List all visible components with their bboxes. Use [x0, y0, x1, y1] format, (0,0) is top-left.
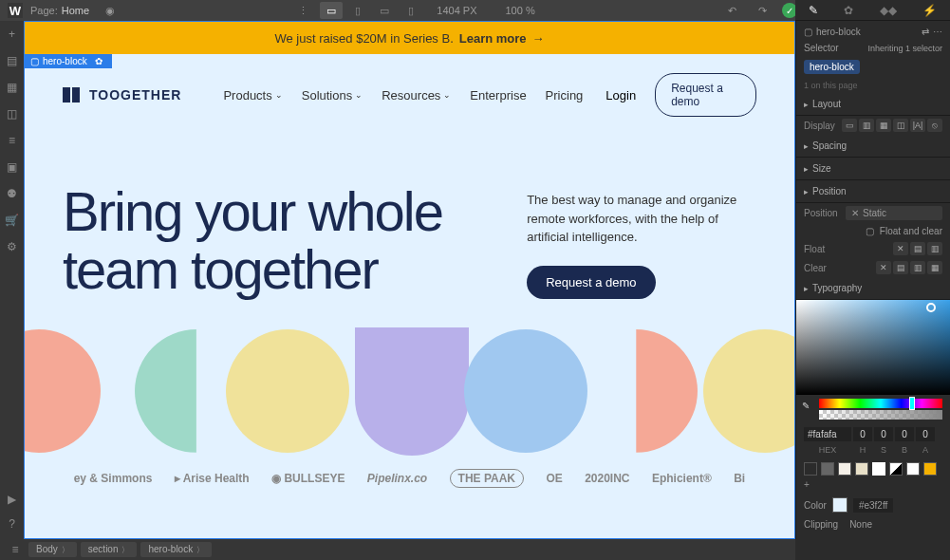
position-header[interactable]: Position [804, 186, 942, 196]
navigator-icon[interactable]: ▦ [5, 80, 20, 95]
interactions-tab-icon[interactable]: ◆◆ [880, 4, 897, 17]
selection-tag[interactable]: ▢hero-block✿ [25, 54, 112, 68]
clear-none-icon[interactable]: ✕ [876, 261, 891, 274]
s-label: S [874, 445, 893, 455]
clipping-value[interactable]: None [849, 519, 872, 530]
clear-right-icon[interactable]: ▥ [910, 261, 925, 274]
left-toolbar-bottom: ▶ ? [0, 492, 24, 539]
ecommerce-icon[interactable]: 🛒 [5, 213, 20, 228]
clear-left-icon[interactable]: ▤ [893, 261, 908, 274]
site-logo[interactable]: TOOGETHER [63, 87, 181, 103]
crumb-body[interactable]: Body〉 [28, 542, 77, 557]
shapes-row [25, 327, 794, 456]
help-icon[interactable]: ? [5, 516, 20, 532]
tablet-icon[interactable]: ▯ [346, 2, 369, 19]
panel-menu-icon[interactable]: ⇄ [922, 27, 929, 37]
mobile-icon[interactable]: ▯ [400, 2, 422, 19]
login-link[interactable]: Login [605, 88, 636, 103]
swatch[interactable] [838, 462, 851, 476]
preview-icon[interactable]: ◉ [101, 1, 120, 20]
crumb-hero-block[interactable]: hero-block〉 [140, 542, 212, 557]
display-grid-icon[interactable]: ▦ [876, 119, 891, 132]
crumb-section[interactable]: section〉 [81, 542, 138, 557]
swatch[interactable] [872, 462, 885, 476]
assets-icon[interactable]: ▣ [5, 159, 20, 175]
layout-header[interactable]: Layout [804, 99, 942, 109]
swatch[interactable] [855, 462, 868, 476]
float-left-icon[interactable]: ▤ [910, 242, 925, 255]
b-input[interactable]: 0 [895, 427, 914, 441]
size-header[interactable]: Size [804, 163, 942, 174]
announcement-banner[interactable]: We just raised $20M in Series B. Learn m… [25, 22, 794, 54]
nav-demo-button[interactable]: Request a demo [655, 73, 756, 117]
components-icon[interactable]: ◫ [5, 106, 20, 121]
panel-more-icon[interactable]: ⋯ [933, 27, 942, 37]
nav-resources[interactable]: Resources ⌄ [382, 88, 451, 103]
position-select[interactable]: ✕Static [846, 206, 942, 220]
hex-input[interactable]: #fafafa [804, 427, 851, 441]
swatches-row: + [796, 458, 950, 494]
display-inline-block-icon[interactable]: ◫ [893, 119, 908, 132]
float-right-icon[interactable]: ▥ [927, 242, 942, 255]
users-icon[interactable]: ⚉ [5, 186, 20, 201]
more-menu-icon[interactable]: ⋮ [293, 1, 312, 20]
instance-count: 1 on this page [804, 81, 858, 90]
clear-both-icon[interactable]: ▦ [927, 261, 942, 274]
nav-toggle-icon[interactable]: ≡ [8, 542, 23, 557]
effects-tab-icon[interactable]: ⚡ [922, 4, 937, 17]
add-swatch-icon[interactable]: + [804, 479, 810, 490]
swatch[interactable] [821, 462, 834, 476]
clipping-label: Clipping [804, 519, 838, 530]
display-block-icon[interactable]: ▭ [842, 119, 857, 132]
chevron-down-icon: ⌄ [275, 90, 283, 100]
typography-header[interactable]: Typography [804, 283, 942, 293]
h-input[interactable]: 0 [853, 427, 872, 441]
logic-icon[interactable]: ⚙ [5, 239, 20, 254]
color-cursor[interactable] [926, 303, 936, 312]
viewport-width: 1404 PX [437, 5, 476, 16]
site-nav: TOOGETHER Products ⌄ Solutions ⌄ Resourc… [25, 54, 794, 136]
desktop-icon[interactable]: ▭ [320, 2, 343, 19]
alpha-slider[interactable] [819, 410, 942, 420]
display-inline-icon[interactable]: |A| [910, 119, 925, 132]
settings-tab-icon[interactable]: ✿ [844, 4, 853, 17]
nav-products[interactable]: Products ⌄ [223, 88, 282, 103]
a-input[interactable]: 0 [916, 427, 935, 441]
app-logo[interactable]: W [8, 3, 23, 18]
s-input[interactable]: 0 [874, 427, 893, 441]
float-none-icon[interactable]: ✕ [893, 242, 908, 255]
selection-settings-icon[interactable]: ✿ [91, 56, 106, 66]
pages-icon[interactable]: ▤ [5, 53, 20, 68]
swatch[interactable] [923, 462, 937, 476]
logo-strip: ey & Simmons ▸ Arise Health ◉ BULLSEYE P… [25, 456, 794, 501]
swatch[interactable] [906, 462, 920, 476]
redo-icon[interactable]: ↷ [754, 1, 773, 20]
nav-solutions[interactable]: Solutions ⌄ [302, 88, 363, 103]
spacing-header[interactable]: Spacing [804, 140, 942, 151]
swatch[interactable] [804, 462, 817, 476]
canvas[interactable]: We just raised $20M in Series B. Learn m… [24, 21, 795, 539]
hue-slider[interactable] [819, 399, 942, 408]
page-name[interactable]: Home [62, 5, 89, 16]
video-icon[interactable]: ▶ [5, 492, 20, 507]
display-label: Display [804, 121, 838, 131]
undo-icon[interactable]: ↶ [723, 1, 742, 20]
color-value[interactable]: #e3f2ff [853, 498, 893, 513]
style-tab-icon[interactable]: ✎ [809, 4, 818, 17]
saturation-lightness-picker[interactable] [796, 300, 950, 395]
eyedropper-icon[interactable]: ✎ [802, 401, 810, 411]
color-chip[interactable] [832, 497, 848, 513]
banner-link[interactable]: Learn more [459, 31, 527, 46]
tablet-portrait-icon[interactable]: ▭ [373, 2, 396, 19]
hero-demo-button[interactable]: Request a demo [527, 266, 655, 299]
nav-pricing[interactable]: Pricing [546, 88, 584, 103]
nav-enterprise[interactable]: Enterprise [470, 88, 526, 103]
cms-icon[interactable]: ≡ [5, 133, 20, 148]
display-flex-icon[interactable]: ▥ [859, 119, 874, 132]
swatch[interactable] [889, 462, 903, 476]
client-logo: ey & Simmons [74, 472, 153, 485]
add-element-icon[interactable]: + [5, 27, 20, 42]
display-none-icon[interactable]: ⦸ [927, 119, 942, 132]
selector-tag[interactable]: hero-block [804, 60, 860, 74]
client-logo: THE PAAK [450, 469, 524, 488]
